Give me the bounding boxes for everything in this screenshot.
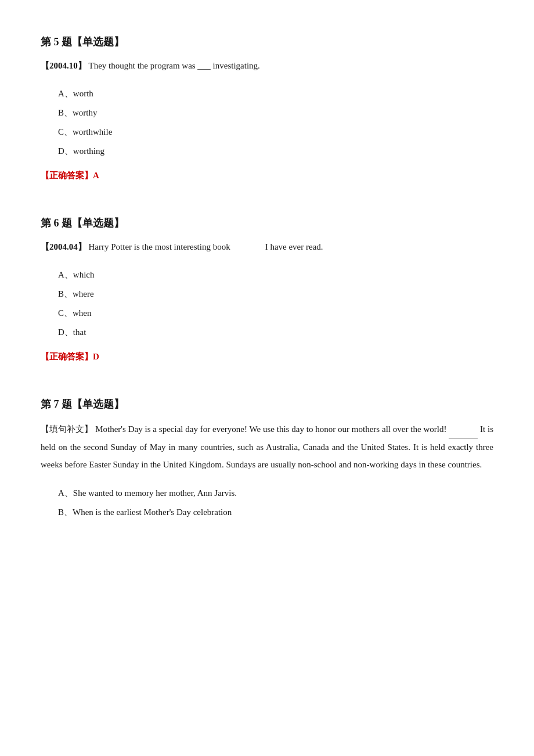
option-5-a[interactable]: A、worth: [58, 84, 493, 103]
question-6-text: Harry Potter is the most interesting boo…: [89, 242, 323, 251]
question-7-options: A、She wanted to memory her mother, Ann J…: [58, 484, 493, 522]
question-5-stem: 【2004.10】 They thought the program was _…: [41, 58, 493, 74]
question-5-year: 【2004.10】: [41, 61, 86, 70]
question-5-title: 第 5 题【单选题】: [41, 35, 493, 49]
option-5-d[interactable]: D、worthing: [58, 142, 493, 161]
question-6-answer: 【正确答案】D: [41, 351, 493, 362]
question-5-text: They thought the program was ___ investi…: [89, 61, 260, 70]
question-7-title: 第 7 题【单选题】: [41, 397, 493, 411]
option-7-a[interactable]: A、She wanted to memory her mother, Ann J…: [58, 484, 493, 503]
question-6-options: A、which B、where C、when D、that: [58, 265, 493, 342]
option-5-c[interactable]: C、worthwhile: [58, 123, 493, 142]
question-5: 第 5 题【单选题】 【2004.10】 They thought the pr…: [41, 35, 493, 181]
question-5-options: A、worth B、worthy C、worthwhile D、worthing: [58, 84, 493, 161]
question-6-stem: 【2004.04】 Harry Potter is the most inter…: [41, 239, 493, 255]
fill-blank: [449, 420, 478, 438]
question-6-year: 【2004.04】: [41, 242, 86, 251]
option-7-b[interactable]: B、When is the earliest Mother's Day cele…: [58, 503, 493, 522]
option-6-a[interactable]: A、which: [58, 265, 493, 285]
option-6-c[interactable]: C、when: [58, 304, 493, 323]
question-5-answer: 【正确答案】A: [41, 170, 493, 181]
question-7-passage: 【填句补文】 Mother's Day is a special day for…: [41, 420, 493, 473]
question-6-title: 第 6 题【单选题】: [41, 216, 493, 230]
option-5-b[interactable]: B、worthy: [58, 103, 493, 123]
question-7-year: 【填句补文】: [41, 424, 93, 434]
question-7: 第 7 题【单选题】 【填句补文】 Mother's Day is a spec…: [41, 397, 493, 522]
option-6-b[interactable]: B、where: [58, 285, 493, 304]
option-6-d[interactable]: D、that: [58, 323, 493, 342]
question-6: 第 6 题【单选题】 【2004.04】 Harry Potter is the…: [41, 216, 493, 362]
